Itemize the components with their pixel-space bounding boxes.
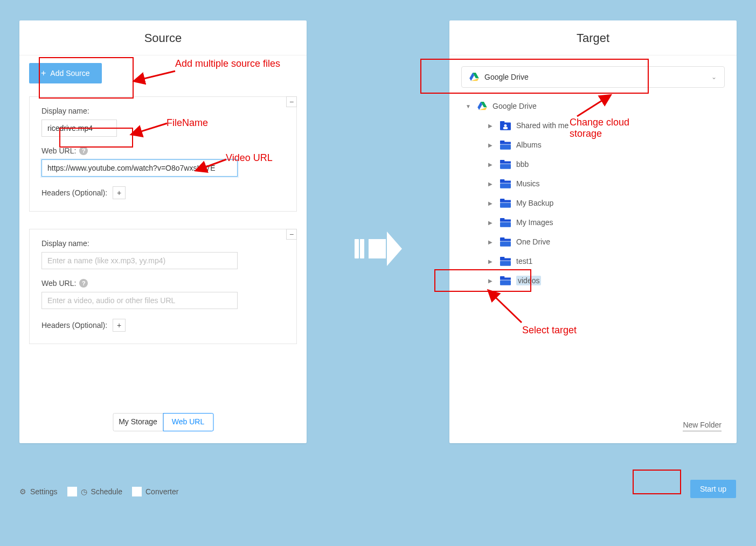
svg-rect-23 bbox=[500, 219, 511, 221]
svg-rect-14 bbox=[500, 161, 511, 163]
add-source-label: Add Source bbox=[50, 69, 89, 78]
svg-rect-15 bbox=[500, 164, 511, 169]
settings-button[interactable]: ⚙ Settings bbox=[19, 487, 58, 496]
headers-label: Headers (Optional): bbox=[41, 188, 107, 197]
caret-right-icon: ▶ bbox=[488, 220, 495, 226]
svg-rect-26 bbox=[500, 239, 511, 241]
tree-folder[interactable]: ▶My Images bbox=[466, 213, 725, 232]
folder-icon bbox=[500, 199, 511, 207]
svg-rect-32 bbox=[500, 277, 511, 279]
source-title: Source bbox=[19, 20, 307, 55]
svg-rect-18 bbox=[500, 183, 511, 188]
tree-folder-label: Shared with me bbox=[516, 121, 568, 130]
collapse-button[interactable]: − bbox=[286, 229, 297, 240]
add-source-button[interactable]: + Add Source bbox=[29, 63, 102, 83]
folder-tree: ▼ Google Drive ▶Shared with me▶Albums▶bb… bbox=[461, 96, 725, 290]
svg-rect-21 bbox=[500, 202, 511, 207]
add-header-button[interactable]: + bbox=[113, 186, 126, 199]
tree-folder[interactable]: ▶Musics bbox=[466, 174, 725, 193]
web-url-input[interactable] bbox=[41, 159, 238, 177]
web-url-input[interactable] bbox=[41, 292, 238, 309]
tree-folder-label: Albums bbox=[516, 141, 542, 149]
tree-folder-label: videos bbox=[516, 276, 541, 285]
tab-web-url[interactable]: Web URL bbox=[163, 413, 213, 431]
svg-rect-29 bbox=[500, 258, 511, 260]
svg-rect-11 bbox=[500, 142, 511, 144]
folder-icon bbox=[500, 141, 511, 149]
tree-folder-label: Musics bbox=[516, 179, 540, 188]
svg-rect-33 bbox=[500, 280, 511, 285]
new-folder-button[interactable]: New Folder bbox=[683, 421, 722, 431]
gear-icon: ⚙ bbox=[19, 487, 26, 496]
plus-icon: + bbox=[41, 68, 46, 78]
converter-label: Converter bbox=[145, 487, 178, 496]
chevron-down-icon: ⌄ bbox=[711, 73, 717, 81]
caret-right-icon: ▶ bbox=[488, 123, 495, 129]
tree-folder-label: My Images bbox=[516, 218, 553, 227]
caret-right-icon: ▶ bbox=[488, 278, 495, 284]
target-panel: Target Google Drive ⌄ ▼ Google Dri bbox=[449, 20, 737, 443]
bottom-toolbar: ⚙ Settings ◷ Schedule Converter bbox=[19, 487, 737, 496]
converter-checkbox[interactable] bbox=[132, 487, 142, 496]
add-header-button[interactable]: + bbox=[113, 319, 126, 332]
tree-folder[interactable]: ▶videos bbox=[466, 271, 725, 290]
tree-folder[interactable]: ▶bbb bbox=[466, 155, 725, 174]
caret-right-icon: ▶ bbox=[488, 200, 495, 206]
svg-rect-20 bbox=[500, 200, 511, 202]
google-drive-icon bbox=[477, 102, 487, 110]
source-card: − Display name: Web URL: ? Headers (Opti… bbox=[29, 229, 297, 344]
caret-right-icon: ▶ bbox=[488, 258, 495, 264]
shared-folder-icon bbox=[500, 121, 511, 130]
tree-folder-label: One Drive bbox=[516, 237, 550, 246]
display-name-input[interactable] bbox=[41, 120, 117, 137]
caret-down-icon: ▼ bbox=[466, 103, 472, 109]
schedule-label: Schedule bbox=[91, 487, 122, 496]
display-name-label: Display name: bbox=[41, 107, 285, 115]
caret-right-icon: ▶ bbox=[488, 181, 495, 187]
folder-icon bbox=[500, 276, 511, 285]
folder-icon bbox=[500, 237, 511, 246]
cloud-storage-label: Google Drive bbox=[484, 73, 529, 81]
tree-root-label: Google Drive bbox=[493, 102, 537, 110]
help-icon[interactable]: ? bbox=[79, 279, 88, 288]
tab-my-storage[interactable]: My Storage bbox=[113, 413, 163, 431]
tree-folder[interactable]: ▶test1 bbox=[466, 251, 725, 271]
folder-icon bbox=[500, 218, 511, 227]
tree-folder[interactable]: ▶Shared with me bbox=[466, 116, 725, 135]
tree-folder-label: bbb bbox=[516, 160, 529, 169]
help-icon[interactable]: ? bbox=[79, 146, 88, 155]
folder-icon bbox=[500, 179, 511, 188]
clock-icon: ◷ bbox=[81, 487, 87, 496]
source-card: − Display name: Web URL: ? Headers (Opti… bbox=[29, 96, 297, 212]
tree-folder-label: My Backup bbox=[516, 199, 553, 207]
display-name-input[interactable] bbox=[41, 252, 238, 269]
svg-rect-27 bbox=[500, 241, 511, 246]
display-name-label: Display name: bbox=[41, 239, 285, 248]
source-panel: Source + Add Source − Display name: Web … bbox=[19, 20, 307, 443]
collapse-button[interactable]: − bbox=[286, 96, 297, 107]
tree-folder[interactable]: ▶Albums bbox=[466, 135, 725, 155]
tree-folder-label: test1 bbox=[516, 257, 532, 265]
cloud-storage-select[interactable]: Google Drive ⌄ bbox=[461, 66, 725, 88]
tree-root[interactable]: ▼ Google Drive bbox=[466, 96, 725, 116]
target-title: Target bbox=[449, 20, 737, 55]
svg-rect-7 bbox=[500, 121, 504, 124]
svg-point-8 bbox=[504, 124, 507, 127]
folder-icon bbox=[500, 160, 511, 169]
svg-rect-24 bbox=[500, 222, 511, 227]
caret-right-icon: ▶ bbox=[488, 162, 495, 167]
web-url-label: Web URL: bbox=[41, 146, 76, 155]
google-drive-icon bbox=[469, 73, 479, 81]
folder-icon bbox=[500, 257, 511, 265]
schedule-checkbox[interactable] bbox=[67, 487, 77, 496]
web-url-label: Web URL: bbox=[41, 279, 76, 288]
caret-right-icon: ▶ bbox=[488, 142, 495, 148]
tree-folder[interactable]: ▶My Backup bbox=[466, 193, 725, 213]
transfer-arrow-icon bbox=[355, 232, 402, 266]
svg-rect-9 bbox=[503, 127, 508, 129]
headers-label: Headers (Optional): bbox=[41, 321, 107, 330]
svg-rect-17 bbox=[500, 180, 511, 183]
svg-rect-12 bbox=[500, 144, 511, 149]
start-up-button[interactable]: Start up bbox=[690, 480, 736, 498]
tree-folder[interactable]: ▶One Drive bbox=[466, 232, 725, 251]
